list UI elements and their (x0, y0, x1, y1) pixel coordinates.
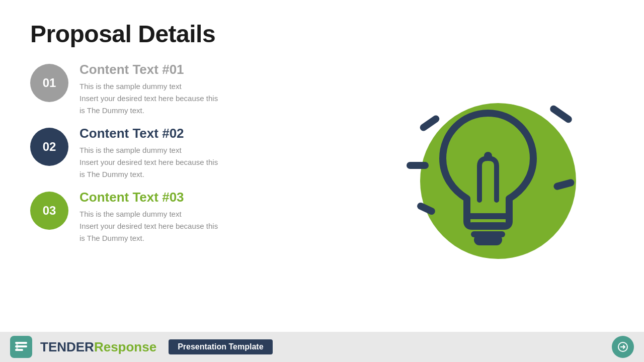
item-heading-02: Content Text #02 (79, 126, 218, 141)
item-text-01: Content Text #01 This is the sample dumm… (79, 62, 218, 117)
item-heading-03: Content Text #03 (79, 190, 218, 205)
spark-top-left (419, 114, 441, 133)
number-badge-03: 03 (30, 192, 68, 230)
right-panel (362, 20, 614, 322)
footer-nav-icon[interactable] (612, 336, 634, 358)
item-heading-01: Content Text #01 (79, 62, 218, 77)
logo-icon (14, 340, 28, 354)
footer-brand: TENDER Response (40, 339, 156, 355)
spark-left (407, 162, 429, 169)
item-text-02: Content Text #02 This is the sample dumm… (79, 126, 218, 180)
items-list: 01 Content Text #01 This is the sample d… (30, 62, 342, 244)
lightbulb-illustration (382, 65, 594, 277)
footer-logo (10, 336, 32, 358)
list-item: 03 Content Text #03 This is the sample d… (30, 190, 342, 244)
bulb-base (474, 234, 502, 245)
item-body-01: This is the sample dummy text Insert you… (79, 80, 218, 117)
footer-template-badge: Presentation Template (169, 339, 272, 354)
left-panel: Proposal Details 01 Content Text #01 Thi… (30, 20, 342, 322)
number-badge-02: 02 (30, 128, 68, 166)
svg-rect-3 (16, 342, 18, 351)
filament-dot (484, 152, 492, 160)
lightbulb-svg (382, 65, 594, 277)
item-text-03: Content Text #03 This is the sample dumm… (79, 190, 218, 244)
slide: Proposal Details 01 Content Text #01 Thi… (0, 0, 644, 362)
brand-response: Response (94, 339, 156, 355)
nav-icon (617, 341, 628, 352)
brand-tender: TENDER (40, 339, 94, 355)
item-body-02: This is the sample dummy text Insert you… (79, 144, 218, 180)
page-title: Proposal Details (30, 20, 342, 48)
list-item: 01 Content Text #01 This is the sample d… (30, 62, 342, 117)
footer-right (612, 336, 634, 358)
item-body-03: This is the sample dummy text Insert you… (79, 208, 218, 244)
main-content: Proposal Details 01 Content Text #01 Thi… (0, 0, 644, 332)
spark-top-right (549, 104, 574, 124)
footer: TENDER Response Presentation Template (0, 332, 644, 362)
number-badge-01: 01 (30, 64, 68, 102)
list-item: 02 Content Text #02 This is the sample d… (30, 126, 342, 180)
